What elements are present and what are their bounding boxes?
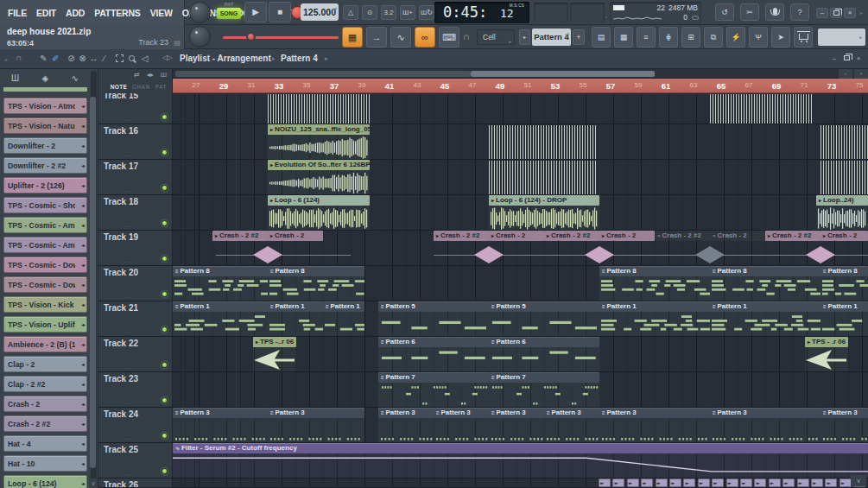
playlist-menu-arrow[interactable]: ▸ [5, 56, 8, 62]
playlist-lane[interactable]: ∿Filter - Serum #2 - Cutoff frequency [173, 443, 868, 478]
next-pattern-button[interactable]: → [366, 27, 387, 48]
picker-scroll-down-icon[interactable]: ∨ [89, 478, 98, 488]
track-arm-led[interactable] [162, 326, 168, 333]
pattern-clip[interactable]: ≡Pattern 7 [378, 372, 489, 407]
track-options-dots[interactable]: ... [124, 363, 130, 371]
playlist-close-button[interactable]: × [853, 54, 864, 63]
pattern-picker-button[interactable]: ▸ [519, 29, 530, 45]
picker-item[interactable]: Downlifter - 2 #2◂▸ [3, 157, 87, 174]
track-arm-led[interactable] [162, 397, 168, 403]
audio-clip[interactable]: ▸TPS - .r 06 [805, 337, 848, 371]
picker-item[interactable]: TPS - Vision - Atmos..◂▸ [3, 98, 87, 114]
pattern-clip[interactable]: ≡Pattern 7 [489, 372, 599, 407]
track-row-header[interactable]: Track 22... [98, 337, 173, 372]
track-arm-led[interactable] [162, 114, 168, 120]
plugin-database-button[interactable]: ⧉ [704, 27, 723, 48]
pattern-clip[interactable]: ≡Pattern 3 [378, 408, 434, 442]
undo-button[interactable]: ↺ [715, 3, 734, 21]
audio-clip[interactable]: ▸TPS -..r 06 [253, 337, 296, 371]
track-arm-led[interactable] [162, 468, 168, 474]
pattern-clip[interactable]: ≡Pattern 1 [323, 301, 364, 336]
tab-note[interactable]: NOTE [111, 84, 128, 90]
select-button[interactable] [114, 52, 125, 66]
pattern-clip[interactable]: ≡Pattern 6 [489, 337, 599, 371]
pattern-clip[interactable]: ≡Pattern 8 [268, 266, 364, 301]
track-row-header[interactable]: Track 16... [98, 124, 173, 160]
track-row-header[interactable]: Track 23... [98, 372, 173, 408]
scrollbar-thumb[interactable] [471, 71, 655, 77]
mini-clip[interactable]: ▸▸ [641, 478, 653, 487]
pattern-clip[interactable]: ≡Pattern 1 [599, 301, 710, 336]
pat-song-toggle[interactable]: PAT SONG [217, 2, 241, 23]
mini-clip[interactable]: ▸▸ [612, 478, 624, 487]
picker-item[interactable]: TPS - Vision - Natura..◂▸ [3, 117, 87, 134]
stop-button[interactable]: ■ [269, 2, 291, 22]
picker-item[interactable]: Downlifter - 2◂▸ [3, 137, 87, 154]
playlist-lane[interactable]: ≡Pattern 1≡Pattern 1≡Pattern 1≡Pattern 5… [173, 301, 868, 337]
track-arm-led[interactable] [162, 256, 168, 262]
playlist-button[interactable]: ▤ [592, 27, 611, 48]
pattern-clip[interactable]: ≡Pattern 5 [378, 301, 489, 336]
picker-item[interactable]: Ambience - 2 (B) (12..◂▸ [3, 336, 87, 352]
pattern-selector[interactable]: Pattern 4▴▾ [532, 29, 571, 46]
track-view-audio-icon[interactable]: ◂▸ [147, 71, 154, 79]
mini-clip[interactable]: ▸▸ [811, 478, 823, 487]
picker-tab-pattern-icon[interactable]: Ш [11, 73, 19, 83]
scrollbar-segment[interactable] [175, 71, 471, 77]
master-pitch-slider[interactable] [223, 36, 339, 39]
picker-tab-audio-icon[interactable]: ◈ [42, 73, 49, 83]
toolbar-overflow-arrow[interactable]: ▸ [860, 10, 863, 16]
pattern-clip[interactable]: ≡Pattern 8 [820, 266, 868, 301]
close-button[interactable]: × [844, 8, 856, 18]
pattern-clip[interactable]: ≡Pattern 8 [173, 266, 268, 301]
picker-scrollbar[interactable] [91, 71, 97, 485]
pattern-clip[interactable]: ≡Pattern 3 [710, 408, 820, 442]
song-mode-button[interactable]: SONG [217, 8, 241, 19]
countdown-button[interactable]: 3.2 [381, 5, 396, 20]
track-row-header[interactable]: Track 24... [98, 408, 173, 443]
track-options-dots[interactable]: ... [124, 150, 130, 158]
track-view-grid-icon[interactable]: Ш [161, 71, 167, 79]
audio-roll-clip[interactable] [489, 161, 596, 195]
playlist-lane[interactable]: ▸TPS -..r 06≡Pattern 6≡Pattern 6▸TPS - .… [173, 337, 868, 372]
picker-item[interactable]: Hat - 10◂▸ [3, 455, 87, 472]
pattern-clip[interactable]: ≡Pattern 8 [599, 266, 710, 301]
tab-pat[interactable]: PAT [155, 84, 167, 90]
audio-clip[interactable]: ▸Loop - 6 (124) [268, 195, 370, 230]
audio-roll-clip[interactable] [710, 94, 812, 124]
pattern-clip[interactable]: ≡Pattern 3 [434, 408, 489, 442]
menu-item-patterns[interactable]: PATTERNS [94, 8, 140, 18]
main-volume-knob[interactable] [189, 2, 211, 23]
breadcrumb-pattern[interactable]: Pattern 4 [281, 54, 318, 63]
timeline-ruler[interactable]: 2729313335373941434547495153555759616365… [173, 79, 868, 93]
shop-button[interactable] [794, 27, 813, 48]
picker-item[interactable]: TPS - Cosmic - Ambi..◂▸ [3, 237, 87, 253]
mini-clip[interactable]: ▸▸ [726, 478, 738, 487]
slice-button[interactable]: ∕ [98, 52, 110, 66]
playlist-lane[interactable]: ≡Pattern 7≡Pattern 7 [173, 372, 868, 408]
track-row-header[interactable]: Track 15... [98, 93, 173, 124]
delete-button[interactable]: ⊘ [66, 52, 77, 66]
picker-item[interactable]: Crash - 2◂▸ [3, 396, 87, 412]
playlist-restore-button[interactable] [841, 54, 852, 63]
picker-item[interactable]: Uplifter - 2 (126)◂▸ [3, 177, 87, 193]
playlist-lane[interactable]: ≡Pattern 8≡Pattern 8≡Pattern 8≡Pattern 8… [173, 266, 868, 301]
bpm-display[interactable]: 125.000▴▾ [301, 3, 339, 21]
plugin-picker-button[interactable]: ⚡ [726, 27, 745, 48]
picker-item[interactable]: Hat - 4◂▸ [3, 435, 87, 452]
scroll-down-button[interactable]: ∨ [851, 475, 866, 486]
menu-item-view[interactable]: VIEW [150, 8, 173, 18]
audio-clip[interactable]: ▸Evolution Of So..fter 6 126BPM [268, 160, 370, 194]
picker-scroll-thumb[interactable] [90, 97, 96, 468]
picker-item[interactable]: TPS - Cosmic - Short..◂▸ [3, 197, 87, 213]
track-arm-led[interactable] [162, 291, 168, 297]
horizontal-scrollbar[interactable] [173, 69, 868, 79]
picker-item[interactable]: Crash - 2 #2◂▸ [3, 415, 87, 432]
track-options-dots[interactable]: ... [124, 257, 130, 264]
pattern-clip[interactable]: ≡Pattern 1 [268, 301, 323, 336]
master-pitch-thumb[interactable] [246, 32, 256, 41]
playlist-lane[interactable]: ▸Loop - 6 (124)▸Loop - 6 (124) - DROP▸Lo… [173, 195, 868, 231]
track-options-dots[interactable]: ... [124, 115, 130, 123]
track-row-header[interactable]: Track 21... [98, 301, 173, 337]
mini-clip[interactable]: ▸▸ [627, 478, 639, 487]
